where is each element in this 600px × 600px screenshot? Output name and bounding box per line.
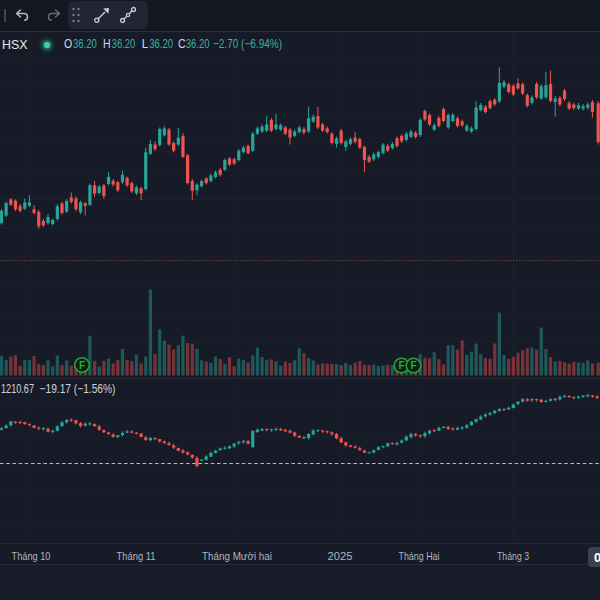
svg-text:36.20: 36.20 xyxy=(112,37,136,51)
svg-text:Tháng Hai: Tháng Hai xyxy=(399,550,440,562)
svg-text:36.20: 36.20 xyxy=(186,37,210,51)
svg-text:0: 0 xyxy=(594,550,600,565)
svg-text:−19.17 (−1.56%): −19.17 (−1.56%) xyxy=(40,382,116,396)
svg-text:L: L xyxy=(142,37,148,51)
svg-text:HSX: HSX xyxy=(2,37,28,52)
svg-text:2025: 2025 xyxy=(328,550,353,562)
svg-text:Tháng Mười hai: Tháng Mười hai xyxy=(202,550,272,562)
svg-text:Tháng 3: Tháng 3 xyxy=(497,550,529,562)
svg-text:F: F xyxy=(410,360,416,371)
svg-text:O: O xyxy=(64,37,73,51)
svg-text:Tháng 11: Tháng 11 xyxy=(117,550,156,562)
svg-text:Tháng 10: Tháng 10 xyxy=(12,550,51,562)
svg-text:H: H xyxy=(103,37,111,51)
svg-text:−2.70 (−6.94%): −2.70 (−6.94%) xyxy=(213,37,282,51)
svg-text:36.20: 36.20 xyxy=(73,37,97,51)
svg-text:C: C xyxy=(178,37,186,51)
svg-text:1210.67: 1210.67 xyxy=(1,382,34,396)
svg-text:36.20: 36.20 xyxy=(149,37,173,51)
svg-text:F: F xyxy=(398,360,404,371)
svg-text:F: F xyxy=(79,360,85,371)
